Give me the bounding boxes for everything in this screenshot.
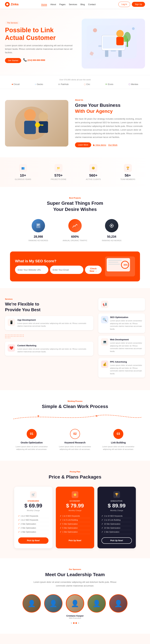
team-dot-0[interactable] — [71, 622, 72, 624]
about-video-button[interactable]: ▶ View demo — [93, 144, 106, 146]
price-features-standard: ✓ 1 to 2 SEO Keywords ✓ 1 to 2 SEO Keywo… — [18, 514, 49, 534]
brands-note: Over 570,000 clients all over the world — [5, 79, 145, 81]
price-period-standard: Monthly Charge — [18, 510, 49, 512]
services-right: 📢 🔍 SEO Optimization Lorem ipsum dolor s… — [98, 298, 145, 380]
price-icon-standard: 🛒 — [30, 491, 37, 498]
service-ppc-icon: 💰 — [101, 360, 108, 368]
price-feature-eco-3: ✓ 5 Site Optimization — [60, 526, 90, 530]
price-card-standard: 🛒 STANDARD $ 69.99 Monthly Charge ✓ 1 to… — [14, 487, 53, 548]
team-section: Our Sponsors Meet Our Leadership Team Lo… — [0, 558, 150, 634]
hero-section: The Services Possible to Link Actual Cus… — [0, 9, 150, 75]
team-dot-2[interactable] — [75, 622, 77, 624]
seo-email-input[interactable] — [50, 266, 83, 274]
feature-desc-2: RANKING KEYWORDS — [95, 240, 128, 242]
avatar-placeholder-2: 👤 — [67, 595, 83, 612]
price-amount-standard: $ 69.99 — [18, 503, 49, 509]
hero-content: The Services Possible to Link Actual Cus… — [5, 21, 75, 66]
svg-rect-18 — [24, 121, 36, 134]
price-amount-executive: $ 89.99 — [101, 503, 132, 509]
stat-projects: 📁 570+ PROJECTS DONE — [51, 164, 66, 180]
seo-score-svg: 85% — [105, 256, 132, 273]
service-web-body: Web Development Lorem ipsum dolor sit am… — [110, 338, 142, 352]
svg-rect-26 — [37, 224, 40, 224]
process-curve — [5, 412, 145, 422]
about-portfolio-button[interactable]: Our Work — [108, 144, 117, 146]
step-text-2: Lorem ipsum dolor sit amet consectetur a… — [102, 445, 135, 451]
price-feature-exec-3: ✓ 10 Site Optimization — [101, 526, 132, 530]
service-content-marketing: ❤️ Content Marketing Lorem ipsum dolor s… — [5, 342, 93, 356]
seo-check-button[interactable]: Check Now → — [85, 266, 102, 274]
nav-contact[interactable]: Contact — [88, 3, 96, 6]
team-name-2: Cristiano Kasper — [66, 614, 84, 617]
pricing-title: Price & Plans Packages — [5, 474, 145, 480]
step-circle-1: 02 — [70, 429, 80, 439]
services-tag: Services — [5, 298, 93, 300]
services-layout: Services We're Flexible to Provide You B… — [5, 298, 145, 380]
service-app-dev-title: App Development — [17, 319, 91, 321]
service-app-dev-text: Lorem ipsum dolor sit amet consectetur a… — [17, 322, 91, 328]
service-seo-body: SEO Optimization Lorem ipsum dolor sit a… — [110, 316, 142, 330]
team-member-1: 👤 — [44, 594, 63, 619]
brand-pairhub: ⊕ PairHub — [58, 83, 69, 86]
avatar-placeholder-3: 👤 — [88, 595, 105, 612]
service-web-text: Lorem ipsum dolor sit amet consectetur a… — [110, 342, 142, 352]
svg-rect-24 — [43, 124, 43, 126]
team-dot-1[interactable] — [73, 622, 75, 624]
price-btn-economy[interactable]: Pick Up Now! — [60, 538, 90, 544]
seo-score-title: What is My SEO Score? — [15, 259, 102, 263]
service-app-dev-content: App Development Lorem ipsum dolor sit am… — [17, 319, 91, 328]
team-dot-3[interactable] — [78, 622, 79, 624]
price-period-executive: Monthly Charge — [101, 510, 132, 512]
team-role-2: Web Executive — [66, 617, 84, 619]
price-feature-std-1: ✓ 1 to 2 SEO Keywords — [18, 518, 49, 522]
about-learn-more-button[interactable]: Learn More — [75, 142, 91, 147]
nav-blog[interactable]: Blog — [80, 3, 85, 6]
logo-text: Zinka — [11, 3, 19, 6]
hero-phone-link[interactable]: (214) 666-888-9988 — [28, 59, 45, 61]
svg-point-17 — [24, 109, 36, 121]
team-avatar-4: 👤 — [109, 594, 127, 612]
hero-subtitle: Lorem ipsum dolor sit amet consectetur a… — [5, 44, 75, 54]
nav-about[interactable]: About — [50, 3, 56, 6]
hero-title: Possible to Link Actual Customer — [5, 26, 75, 42]
price-feature-std-4: ✓ 1 Site Optimization — [18, 530, 49, 534]
nav-services[interactable]: Services — [69, 3, 77, 6]
pricing-grid: 🛒 STANDARD $ 69.99 Monthly Charge ✓ 1 to… — [5, 487, 145, 548]
feature-circle-2 — [105, 219, 118, 232]
navbar: Zinka Home About Pages Services Blog Con… — [0, 0, 150, 9]
team-title: Meet Our Leadership Team — [5, 572, 145, 578]
hero-buttons: Get Started 📞 (214) 666-888-9988 — [5, 58, 75, 63]
about-buttons: Learn More ▶ View demo Our Work — [75, 142, 145, 147]
price-btn-executive[interactable]: Pick Up Now! — [101, 538, 132, 544]
about-title: Grow Your Business With Our Agency — [75, 102, 145, 114]
nav-home[interactable]: Home — [41, 3, 47, 6]
team-member-4: 👤 — [109, 594, 127, 619]
feature-num-2: 50,234 — [95, 235, 128, 238]
nav-pages[interactable]: Pages — [59, 3, 66, 6]
svg-point-19 — [39, 112, 48, 121]
seo-score-content: What is My SEO Score? Check Now → — [15, 259, 102, 274]
process-step-2: 03 Link Building Lorem ipsum dolor sit a… — [102, 429, 135, 451]
team-member-3: 👤 — [87, 594, 106, 619]
service-ppc: 💰 PPC Advertising Lorem ipsum dolor sit … — [98, 358, 145, 378]
service-content-body: Content Marketing Lorem ipsum dolor sit … — [17, 344, 91, 353]
features-title: Super Great Things From Your Desire Wish… — [5, 200, 145, 212]
svg-rect-12 — [116, 37, 124, 45]
hero-get-started-button[interactable]: Get Started — [5, 58, 21, 63]
pricing-section: Pricing Plan Price & Plans Packages 🛒 ST… — [0, 461, 150, 558]
signup-button[interactable]: Sign Up — [132, 2, 145, 7]
price-plan-economy: ECONOMY — [60, 500, 90, 502]
hero-title-line2: Actual Customer — [5, 34, 56, 41]
price-btn-standard[interactable]: Pick Up Now! — [18, 538, 49, 544]
login-button[interactable]: Log In — [118, 2, 130, 7]
price-plan-executive: EXECUTIVE — [101, 500, 132, 502]
price-card-executive: 🏆 EXECUTIVE $ 89.99 Monthly Charge ✓ 1 t… — [97, 487, 136, 548]
price-feature-exec-4: ✓ 1 Site Optimization — [101, 530, 132, 534]
svg-point-30 — [111, 225, 112, 226]
features-grid: 28,998 RANKING KEYWORDS 600% ANNUAL ORGA… — [5, 219, 145, 242]
seo-url-input[interactable] — [15, 266, 48, 274]
service-seo-text: Lorem ipsum dolor sit amet consectetur a… — [110, 319, 142, 330]
team-subtitle: Lorem ipsum dolor sit amet consectetur a… — [33, 580, 117, 588]
team-avatar-3: 👤 — [87, 594, 106, 612]
brand-circ: ◌ Circ — [84, 83, 90, 86]
